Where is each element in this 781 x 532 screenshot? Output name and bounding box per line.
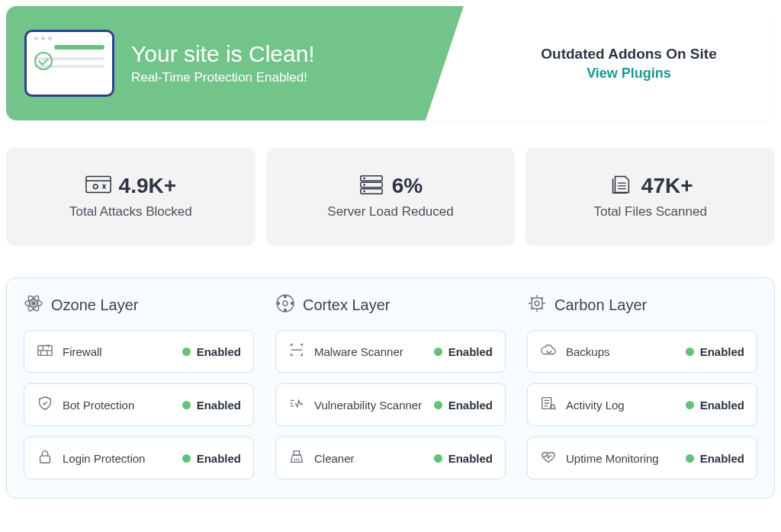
status-text: Enabled: [197, 345, 241, 358]
svg-rect-20: [532, 298, 542, 309]
log-icon: [540, 395, 557, 415]
feature-firewall[interactable]: Firewall Enabled: [24, 330, 254, 373]
hero-addons: Outdated Addons On Site View Plugins: [483, 6, 775, 120]
svg-point-16: [284, 296, 287, 298]
scan-icon: [288, 341, 305, 361]
hero-subtitle: Real-Time Protection Enabled!: [131, 70, 315, 85]
stats-row: 4.9K+ Total Attacks Blocked 6% Server Lo…: [6, 148, 775, 245]
status-text: Enabled: [197, 452, 241, 465]
vulnerability-icon: [288, 395, 305, 415]
feature-name: Bot Protection: [63, 399, 134, 412]
files-icon: [608, 174, 634, 198]
svg-point-21: [535, 301, 539, 306]
status-text: Enabled: [448, 452, 493, 465]
layer-title: Cortex Layer: [303, 296, 390, 314]
status-dot-icon: [686, 348, 694, 356]
stat-value: 4.9K+: [119, 174, 177, 198]
feature-cleaner[interactable]: Cleaner Enabled: [275, 437, 506, 479]
broom-icon: [288, 448, 305, 468]
addons-title: Outdated Addons On Site: [541, 46, 716, 62]
shield-icon: [37, 395, 53, 415]
layer-title: Ozone Layer: [51, 296, 139, 314]
hero-status: Your site is Clean! Real-Time Protection…: [6, 6, 483, 120]
layer-title: Carbon Layer: [554, 296, 647, 314]
server-icon: [358, 174, 384, 198]
svg-point-5: [363, 178, 365, 179]
layer-cortex: Cortex Layer Malware Scanner Enabled Vul…: [275, 293, 506, 479]
status-text: Enabled: [448, 345, 493, 358]
status-dot-icon: [434, 454, 442, 463]
view-plugins-link[interactable]: View Plugins: [587, 66, 671, 82]
status-text: Enabled: [448, 399, 493, 412]
svg-rect-13: [40, 456, 50, 463]
svg-point-1: [93, 184, 98, 189]
status-dot-icon: [182, 454, 191, 463]
layers-panel: Ozone Layer Firewall Enabled Bot Protect…: [6, 277, 775, 498]
status-text: Enabled: [700, 452, 744, 465]
feature-uptime-monitoring[interactable]: Uptime Monitoring Enabled: [527, 437, 757, 479]
svg-point-19: [278, 303, 280, 305]
heartbeat-icon: [540, 448, 557, 468]
svg-point-6: [363, 184, 365, 186]
attacks-icon: [85, 174, 111, 198]
feature-malware-scanner[interactable]: Malware Scanner Enabled: [275, 330, 506, 373]
stat-files-scanned: 47K+ Total Files Scanned: [525, 148, 775, 245]
status-text: Enabled: [700, 399, 744, 412]
cpu-icon: [527, 293, 547, 316]
feature-name: Uptime Monitoring: [566, 452, 659, 465]
feature-backups[interactable]: Backups Enabled: [527, 330, 757, 373]
hero-banner: Your site is Clean! Real-Time Protection…: [6, 6, 775, 120]
status-text: Enabled: [700, 345, 744, 358]
feature-activity-log[interactable]: Activity Log Enabled: [527, 383, 757, 426]
status-text: Enabled: [197, 399, 241, 412]
stat-attacks-blocked: 4.9K+ Total Attacks Blocked: [6, 148, 256, 245]
status-dot-icon: [686, 401, 694, 409]
svg-point-8: [32, 302, 35, 305]
status-dot-icon: [434, 348, 442, 356]
status-dot-icon: [434, 401, 442, 409]
feature-login-protection[interactable]: Login Protection Enabled: [24, 437, 254, 479]
layer-carbon: Carbon Layer Backups Enabled Activity Lo…: [527, 293, 757, 479]
feature-name: Backups: [566, 345, 610, 358]
aperture-icon: [275, 293, 295, 316]
stat-label: Total Attacks Blocked: [69, 204, 192, 220]
feature-name: Login Protection: [63, 452, 145, 465]
site-clean-illustration: [24, 30, 114, 97]
stat-server-load: 6% Server Load Reduced: [266, 148, 516, 245]
feature-bot-protection[interactable]: Bot Protection Enabled: [24, 383, 254, 426]
feature-name: Vulnerability Scanner: [314, 399, 422, 412]
svg-point-17: [291, 303, 294, 305]
svg-rect-0: [86, 177, 111, 193]
feature-name: Malware Scanner: [314, 345, 403, 358]
status-dot-icon: [182, 401, 191, 409]
status-dot-icon: [182, 348, 191, 356]
atom-icon: [24, 293, 43, 316]
svg-point-18: [284, 309, 287, 312]
svg-point-15: [283, 301, 288, 306]
svg-point-7: [363, 191, 365, 192]
stat-label: Total Files Scanned: [593, 204, 706, 220]
stat-value: 47K+: [641, 174, 693, 198]
lock-icon: [37, 448, 53, 468]
status-dot-icon: [686, 454, 694, 463]
hero-title: Your site is Clean!: [131, 41, 315, 67]
feature-vulnerability-scanner[interactable]: Vulnerability Scanner Enabled: [275, 383, 506, 426]
feature-name: Cleaner: [314, 452, 355, 465]
firewall-icon: [37, 341, 53, 361]
stat-value: 6%: [392, 174, 423, 198]
layer-ozone: Ozone Layer Firewall Enabled Bot Protect…: [24, 293, 254, 479]
cloud-icon: [540, 341, 557, 361]
stat-label: Server Load Reduced: [327, 204, 453, 220]
feature-name: Firewall: [63, 345, 102, 358]
feature-name: Activity Log: [566, 399, 625, 412]
